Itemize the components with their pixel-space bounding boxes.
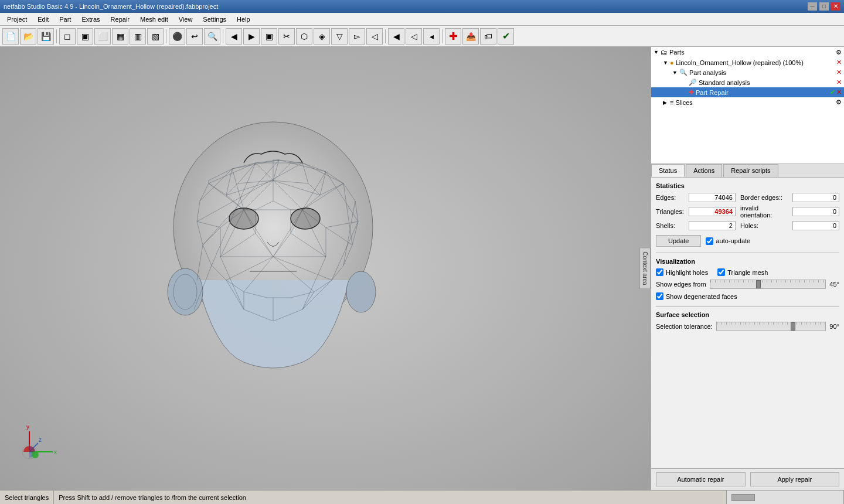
- svg-point-2: [346, 271, 376, 312]
- tree-parts-root[interactable]: ▼ 🗂 Parts ⚙: [651, 47, 844, 57]
- tb-nav1-button[interactable]: ◀: [388, 28, 404, 45]
- accept-repair-icon[interactable]: ✔: [830, 88, 835, 96]
- menu-help[interactable]: Help: [232, 15, 255, 24]
- tb-undo-button[interactable]: ↩: [186, 28, 203, 45]
- tb-box-button[interactable]: ◻: [59, 28, 76, 45]
- visualization-section: Visualization Highlight holes Triangle m…: [656, 258, 839, 300]
- menu-project[interactable]: Project: [2, 15, 32, 24]
- maximize-button[interactable]: □: [819, 2, 829, 11]
- tree-slices[interactable]: ▶ ≡ Slices ⚙: [651, 97, 844, 107]
- tolerance-value: 90°: [829, 323, 839, 330]
- tb-select2-button[interactable]: ▶: [243, 28, 260, 45]
- svg-point-109: [291, 208, 320, 229]
- tb-label-button[interactable]: 🏷: [480, 28, 496, 45]
- shells-label: Shells:: [656, 222, 684, 229]
- status-scrollbar[interactable]: [727, 491, 844, 504]
- tb-select8-button[interactable]: ▻: [349, 28, 365, 45]
- toolbar: 📄 📂 💾 ◻ ▣ ⬜ ▦ ▥ ▧ ⚫ ↩ 🔍 ◀ ▶ ▣ ✂ ⬡ ◈ ▽ ▻ …: [0, 26, 844, 47]
- remove-repair-icon[interactable]: ✕: [836, 88, 842, 96]
- menu-repair[interactable]: Repair: [106, 15, 134, 24]
- show-edges-slider[interactable]: [710, 280, 826, 289]
- tree-lincoln-label: Lincoln_Ornament_Hollow (repaired) (100%…: [676, 59, 804, 66]
- tree-standard-analysis[interactable]: 🔎 Standard analysis ✕: [651, 77, 844, 87]
- auto-update-checkbox[interactable]: [706, 237, 713, 245]
- apply-repair-button[interactable]: Apply repair: [750, 472, 840, 486]
- tb-export-button[interactable]: 📤: [462, 28, 479, 45]
- surface-title: Surface selection: [656, 311, 839, 318]
- tb-select4-button[interactable]: ✂: [278, 28, 295, 45]
- toolbar-sep-3: [223, 29, 223, 43]
- repair-cross-icon: ✚: [689, 88, 694, 96]
- tree-repair-actions: ✔ ✕: [830, 88, 842, 96]
- tb-select9-button[interactable]: ◁: [366, 28, 383, 45]
- show-degenerated-label: Show degenerated faces: [666, 293, 737, 300]
- invalid-orientation-value: 0: [792, 207, 839, 216]
- tb-view2-button[interactable]: ⬜: [94, 28, 111, 45]
- tree-actions: ⚙: [836, 49, 842, 56]
- tree-std-actions: ✕: [836, 79, 842, 86]
- scroll-indicator[interactable]: [731, 494, 755, 501]
- tb-save-button[interactable]: 💾: [38, 28, 54, 45]
- update-button[interactable]: Update: [656, 235, 701, 247]
- tree-panel[interactable]: ▼ 🗂 Parts ⚙ ▼ ● Lincoln_Ornament_Hollow …: [651, 47, 844, 164]
- tab-repair-scripts[interactable]: Repair scripts: [723, 164, 778, 177]
- remove-part-icon[interactable]: ✕: [836, 59, 842, 66]
- minimize-button[interactable]: ─: [808, 2, 817, 11]
- tree-part-analysis[interactable]: ▼ 🔍 Part analysis ✕: [651, 67, 844, 77]
- slices-icon: ≡: [670, 99, 673, 106]
- tb-select6-button[interactable]: ◈: [314, 28, 330, 45]
- tab-status[interactable]: Status: [651, 164, 685, 177]
- menu-view[interactable]: View: [174, 15, 198, 24]
- statusbar: Select triangles Press Shift to add / re…: [0, 490, 844, 504]
- menu-edit[interactable]: Edit: [33, 15, 53, 24]
- slices-settings-icon[interactable]: ⚙: [836, 98, 842, 106]
- tree-slices-label: Slices: [675, 99, 692, 106]
- tolerance-slider[interactable]: [716, 322, 826, 331]
- tree-part-repair[interactable]: ✚ Part Repair ✔ ✕: [651, 87, 844, 97]
- tb-view-front-button[interactable]: ▣: [77, 28, 93, 45]
- tree-lincoln-actions: ✕: [836, 59, 842, 66]
- tab-actions[interactable]: Actions: [686, 164, 722, 177]
- status-center: Press Shift to add / remove triangles to…: [54, 491, 727, 504]
- remove-std-icon[interactable]: ✕: [836, 79, 842, 86]
- tree-slices-actions: ⚙: [836, 98, 842, 106]
- tree-lincoln-item[interactable]: ▼ ● Lincoln_Ornament_Hollow (repaired) (…: [651, 57, 844, 67]
- parts-settings-icon[interactable]: ⚙: [836, 49, 842, 56]
- tb-new-button[interactable]: 📄: [2, 28, 19, 45]
- tb-sphere-button[interactable]: ⚫: [169, 28, 185, 45]
- tb-add-button[interactable]: ✚: [445, 28, 461, 45]
- remove-analysis-icon[interactable]: ✕: [836, 69, 842, 76]
- tb-check-button[interactable]: ✔: [498, 28, 514, 45]
- tb-nav3-button[interactable]: ◂: [423, 28, 440, 45]
- menu-extras[interactable]: Extras: [77, 15, 104, 24]
- tb-zoom-button[interactable]: 🔍: [204, 28, 220, 45]
- tb-select3-button[interactable]: ▣: [261, 28, 277, 45]
- axis-indicator: y x z: [12, 420, 59, 466]
- status-left: Select triangles: [0, 491, 54, 504]
- show-degenerated-checkbox[interactable]: [656, 292, 663, 300]
- tb-view5-button[interactable]: ▧: [147, 28, 164, 45]
- menu-mesh-edit[interactable]: Mesh edit: [135, 15, 173, 24]
- menu-part[interactable]: Part: [55, 15, 76, 24]
- tb-view3-button[interactable]: ▦: [112, 28, 128, 45]
- edges-label: Edges:: [656, 194, 684, 201]
- tb-select1-button[interactable]: ◀: [226, 28, 242, 45]
- viewport[interactable]: Context area y x z: [0, 47, 651, 490]
- tolerance-handle[interactable]: [791, 322, 795, 331]
- context-area-tab[interactable]: Context area: [639, 247, 651, 289]
- show-edges-handle[interactable]: [756, 280, 761, 288]
- highlight-holes-checkbox[interactable]: [656, 268, 663, 276]
- tb-select7-button[interactable]: ▽: [331, 28, 348, 45]
- tb-open-button[interactable]: 📂: [20, 28, 36, 45]
- tree-std-label: Standard analysis: [699, 79, 750, 86]
- tb-view4-button[interactable]: ▥: [130, 28, 146, 45]
- triangle-mesh-checkbox[interactable]: [717, 268, 725, 276]
- holes-label: Holes:: [740, 222, 788, 229]
- triangles-value: 49364: [689, 207, 736, 216]
- menu-settings[interactable]: Settings: [198, 15, 231, 24]
- tb-select5-button[interactable]: ⬡: [296, 28, 312, 45]
- visualization-checkboxes: Highlight holes Triangle mesh: [656, 268, 839, 276]
- automatic-repair-button[interactable]: Automatic repair: [656, 472, 746, 486]
- close-button[interactable]: ✕: [831, 2, 840, 11]
- tb-nav2-button[interactable]: ◁: [406, 28, 422, 45]
